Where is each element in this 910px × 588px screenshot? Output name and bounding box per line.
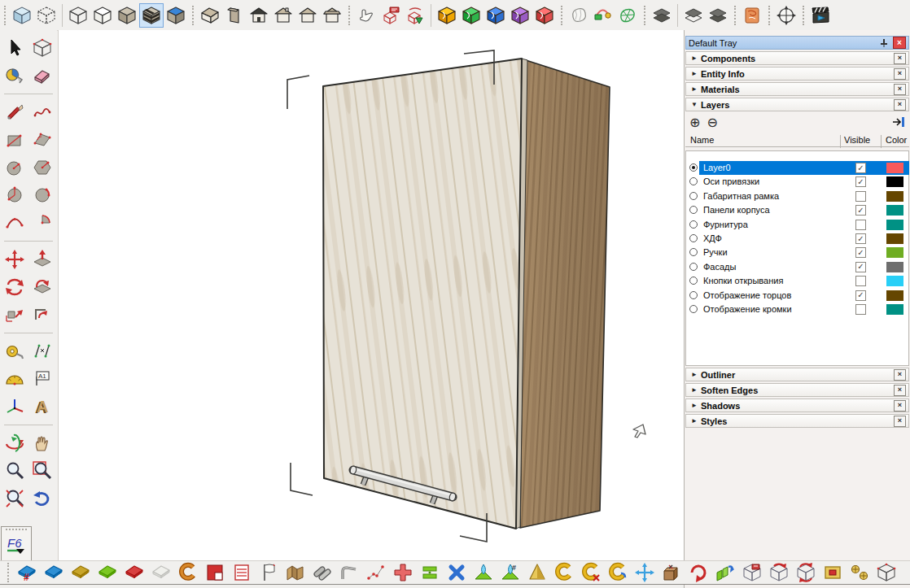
flag-tool-button[interactable] <box>255 561 282 584</box>
layer-name[interactable]: Габаритная рамка <box>703 191 779 201</box>
rectangle-button[interactable] <box>2 127 28 152</box>
tray-close-button[interactable]: × <box>893 37 906 49</box>
follow-me-button[interactable] <box>29 274 55 299</box>
two-point-arc-button[interactable] <box>29 182 55 207</box>
zoom-extents-button[interactable] <box>2 486 28 511</box>
cube-paint-button[interactable] <box>738 561 765 584</box>
layer-details-icon[interactable] <box>892 116 905 129</box>
bent-profile-button[interactable] <box>335 561 362 584</box>
orbit-button[interactable] <box>2 430 28 455</box>
layer-visible-checkbox[interactable] <box>855 304 866 315</box>
layer-row-ручки[interactable]: Ручки✓ <box>686 246 909 259</box>
sheet-blue-button[interactable] <box>40 561 67 584</box>
tape-measure-button[interactable] <box>2 338 28 364</box>
freehand-button[interactable] <box>29 99 55 124</box>
layer-visible-checkbox[interactable]: ✓ <box>855 205 866 216</box>
layer-name[interactable]: Layer0 <box>703 163 731 172</box>
layer-active-radio[interactable] <box>689 163 698 172</box>
layer-active-radio[interactable] <box>689 305 698 313</box>
frame-red-button[interactable] <box>819 561 846 584</box>
cross-panel-button[interactable] <box>389 561 416 584</box>
panel-close-button[interactable]: × <box>894 416 906 427</box>
layer-name[interactable]: Отображение кромки <box>703 304 792 314</box>
panel-header-shadows[interactable]: ►Shadows× <box>685 399 909 412</box>
panel-close-button[interactable]: × <box>894 68 906 80</box>
layer-active-radio[interactable] <box>689 277 698 285</box>
hook-delete-button[interactable] <box>577 561 604 584</box>
layer-visible-checkbox[interactable]: ✓ <box>855 247 866 258</box>
layer-visible-checkbox[interactable] <box>855 220 866 230</box>
panel-header-soften-edges[interactable]: ►Soften Edges× <box>685 383 909 397</box>
drawing-canvas[interactable] <box>58 30 684 560</box>
crate-tool-button[interactable] <box>658 561 685 584</box>
layer-color-swatch[interactable] <box>886 233 903 244</box>
split-horizontal-button[interactable] <box>416 561 443 584</box>
corner-square-button[interactable] <box>201 561 228 584</box>
remove-layer-button[interactable]: ⊖ <box>707 116 717 129</box>
hook-blue-button[interactable] <box>604 561 631 584</box>
model-view[interactable] <box>59 30 684 560</box>
arc-button[interactable] <box>2 182 28 207</box>
layer-visible-checkbox[interactable]: ✓ <box>855 233 866 244</box>
layer-visible-checkbox[interactable] <box>855 276 866 286</box>
panel-header-components[interactable]: ►Components× <box>685 51 909 65</box>
polygon-button[interactable] <box>29 155 55 180</box>
layer-active-radio[interactable] <box>689 177 698 185</box>
layer-visible-checkbox[interactable]: ✓ <box>855 176 866 187</box>
view-right-button[interactable] <box>271 3 295 28</box>
display-section-cuts-button[interactable] <box>706 3 730 28</box>
layer-active-radio[interactable] <box>689 234 698 242</box>
drape-drop-button[interactable] <box>470 561 497 584</box>
view-left-button[interactable] <box>320 3 344 28</box>
style-monochrome-button[interactable] <box>164 3 188 28</box>
layer-visible-checkbox[interactable] <box>855 191 866 202</box>
stack-arrow-button[interactable] <box>711 561 738 584</box>
point-path-button[interactable] <box>362 561 389 584</box>
layer-color-swatch[interactable] <box>886 191 903 202</box>
layer-name[interactable]: Кнопки открывания <box>703 276 783 285</box>
solid-trim-button[interactable] <box>532 3 557 28</box>
layer-color-swatch[interactable] <box>886 163 903 173</box>
layer-row-хдф[interactable]: ХДФ✓ <box>686 232 909 246</box>
layer-row-фасады[interactable]: Фасады✓ <box>686 260 909 274</box>
text-button[interactable]: A1 <box>29 366 55 391</box>
style-shaded-button[interactable] <box>115 3 139 28</box>
solid-outer-shell-button[interactable] <box>435 3 459 28</box>
make-component-button[interactable] <box>29 35 55 60</box>
layer-row-панели-корпуса[interactable]: Панели корпуса✓ <box>686 203 909 217</box>
sheet-white-button[interactable] <box>147 561 174 584</box>
line-button[interactable] <box>2 99 28 124</box>
layer-color-swatch[interactable] <box>886 276 903 286</box>
panel-header-entity-info[interactable]: ►Entity Info× <box>685 67 909 81</box>
rotate-part-button[interactable] <box>685 561 711 584</box>
sandbox-smoove-button[interactable] <box>615 3 640 28</box>
offset-button[interactable] <box>29 302 55 327</box>
layer-row-фурнитура[interactable]: Фурнитура <box>686 218 909 232</box>
layer-row-габаритная-рамка[interactable]: Габаритная рамка <box>686 189 909 203</box>
layer-row-отображение-кромки[interactable]: Отображение кромки <box>686 303 909 316</box>
bent-panel-button[interactable] <box>282 561 308 584</box>
layer-active-radio[interactable] <box>689 263 698 271</box>
style-hidden-line-button[interactable] <box>90 3 115 28</box>
layer-name[interactable]: Фасады <box>703 262 736 272</box>
animation-tool-button[interactable] <box>808 3 833 28</box>
layer-row-оси-привязки[interactable]: Оси привязки✓ <box>686 175 909 189</box>
solid-intersect-button[interactable] <box>459 3 483 28</box>
column-name[interactable]: Name <box>690 135 714 145</box>
style-shaded-textures-button[interactable] <box>139 3 164 28</box>
dowels-button[interactable] <box>308 561 335 584</box>
display-section-planes-button[interactable] <box>681 3 706 28</box>
toolbar-grip[interactable] <box>348 6 350 25</box>
cube-rotate-button[interactable] <box>765 561 792 584</box>
toolbar-grip[interactable] <box>7 563 9 582</box>
layer-color-swatch[interactable] <box>886 247 903 258</box>
toolbar-grip[interactable] <box>4 6 6 25</box>
layer-visible-checkbox[interactable]: ✓ <box>855 262 866 272</box>
zoom-button[interactable] <box>2 458 28 483</box>
cone-tool-button[interactable] <box>523 561 550 584</box>
layer-row-отображение-торцов[interactable]: Отображение торцов✓ <box>686 289 909 303</box>
layer-color-swatch[interactable] <box>886 262 903 272</box>
layer-visible-checkbox[interactable]: ✓ <box>855 163 866 173</box>
column-visible[interactable]: Visible <box>844 135 870 145</box>
layer-row-кнопки-открывания[interactable]: Кнопки открывания <box>686 274 909 288</box>
